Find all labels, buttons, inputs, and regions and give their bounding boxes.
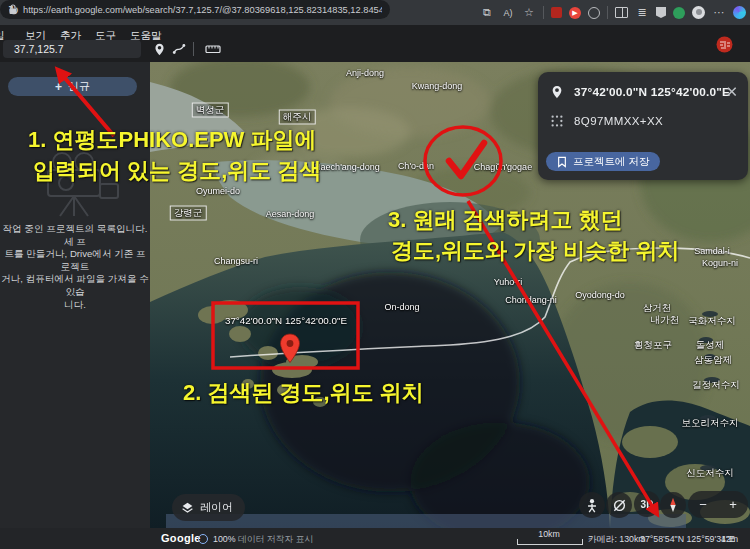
zoom-percent: 100% bbox=[213, 534, 236, 544]
map-label: Haech'ang-dong bbox=[314, 162, 380, 172]
layers-button[interactable]: 레이어 bbox=[172, 494, 245, 521]
read-aloud-icon[interactable]: A) bbox=[501, 6, 515, 20]
annotation-note-3: 3. 원래 검색하려고 했던 경도,위도와 가장 비슷한 위치 bbox=[388, 204, 679, 266]
projects-description: 작업 중인 프로젝트의 목록입니다. 세 프 트를 만들거나, Drive에서 … bbox=[0, 223, 150, 311]
map-label: 길정저수지 bbox=[692, 379, 740, 392]
extension-video-icon[interactable]: ▶ bbox=[569, 7, 581, 19]
bookmark-icon bbox=[557, 156, 567, 168]
zoom-out-button[interactable]: − bbox=[699, 497, 707, 512]
map-label: 삼동암제 bbox=[694, 354, 732, 367]
map-label: 횡청포구 bbox=[634, 339, 672, 352]
status-bar: Google 100% 데이터 저작자 표시 10km 카메라: 130km 3… bbox=[0, 528, 750, 549]
location-pin-icon bbox=[550, 84, 564, 100]
plus-code-value: 8Q97MMXX+XX bbox=[574, 115, 663, 127]
layers-icon bbox=[181, 501, 194, 514]
url-text: https://earth.google.com/web/search/37.7… bbox=[23, 5, 382, 15]
map-label: 보오리저수지 bbox=[682, 417, 739, 430]
plus-icon: + bbox=[55, 80, 62, 94]
map-label: Aesan-dong bbox=[266, 209, 315, 219]
extension-ring-icon[interactable] bbox=[588, 7, 600, 19]
map-label: Anji-dong bbox=[346, 68, 384, 78]
browser-toolbar: ↻ https://earth.google.com/web/search/37… bbox=[0, 0, 750, 25]
more-menu-icon[interactable]: ⋯ bbox=[712, 6, 726, 20]
save-button-label: 프로젝트에 저장 bbox=[573, 155, 649, 169]
profile-avatar[interactable] bbox=[692, 6, 705, 19]
cursor-elevation: 12m bbox=[721, 534, 738, 544]
map-label: Yuho-ri bbox=[494, 277, 523, 287]
save-to-project-button[interactable]: 프로젝트에 저장 bbox=[546, 152, 660, 171]
divider bbox=[607, 6, 608, 19]
map-label: On-dong bbox=[384, 302, 419, 312]
visibility-off-button[interactable] bbox=[606, 492, 632, 518]
search-value: 37.7,125.7 bbox=[14, 43, 64, 55]
pegman-button[interactable] bbox=[579, 492, 605, 518]
red-seal-stamp bbox=[716, 36, 733, 57]
browser-essentials-icon[interactable] bbox=[656, 7, 666, 18]
draw-path-icon[interactable] bbox=[170, 40, 188, 58]
annotation-note-2: 2. 검색된 경도,위도 위치 bbox=[183, 378, 424, 408]
plus-code-icon bbox=[550, 114, 564, 128]
map-label: Chondang-ni bbox=[505, 295, 557, 305]
map-label: 신도저수지 bbox=[686, 467, 734, 480]
plus-code-row: 8Q97MMXX+XX bbox=[550, 114, 663, 128]
map-label: 국화저수지 bbox=[688, 315, 736, 328]
annotation-note-1: 1. 연평도PHIKO.EPW 파일에 입력되어 있는 경도,위도 검색 bbox=[28, 124, 321, 186]
extension-green-icon[interactable] bbox=[673, 7, 685, 19]
loading-ring-icon bbox=[198, 534, 208, 544]
map-label: 강령군 bbox=[170, 206, 207, 221]
close-icon[interactable]: ✕ bbox=[725, 84, 738, 99]
map-label: Chagŭn'gogae bbox=[474, 162, 532, 172]
searched-coordinates-label: 37°42'00.0"N 125°42'00.0"E bbox=[215, 315, 357, 326]
zoom-in-button[interactable]: + bbox=[729, 497, 737, 512]
zoom-controls: − + bbox=[688, 491, 748, 518]
browser-actions: ⧉ A) ☆ ▶ ≣ ⋯ bbox=[480, 0, 746, 25]
map-label: Oyodong-do bbox=[575, 290, 625, 300]
slashed-eye-icon bbox=[612, 498, 627, 513]
split-screen-icon[interactable] bbox=[615, 7, 628, 18]
layers-label: 레이어 bbox=[200, 500, 233, 515]
place-coordinates-row: 37°42'00.0"N 125°42'00.0"E bbox=[550, 84, 730, 100]
new-project-label: 신규 bbox=[68, 79, 90, 94]
google-logo: Google bbox=[161, 532, 201, 544]
pegman-icon bbox=[585, 498, 599, 513]
favorite-star-icon[interactable]: ☆ bbox=[522, 6, 536, 20]
map-label: 벽성군 bbox=[192, 103, 229, 118]
compass-icon bbox=[664, 496, 682, 514]
camera-altitude: 카메라: 130km bbox=[588, 534, 646, 546]
map-label: Changsu-ri bbox=[214, 256, 258, 266]
map-label: Kogun-ni bbox=[702, 258, 738, 268]
place-coordinates: 37°42'00.0"N 125°42'00.0"E bbox=[574, 85, 730, 99]
map-label: Samdal-i bbox=[694, 246, 730, 256]
collections-icon[interactable]: ≣ bbox=[635, 6, 649, 20]
map-label: 해주시 bbox=[279, 110, 316, 125]
address-bar[interactable]: https://earth.google.com/web/search/37.7… bbox=[0, 0, 390, 19]
extension-adblock-icon[interactable] bbox=[551, 7, 562, 18]
compass-button[interactable] bbox=[660, 492, 686, 518]
map-label: Kwang-dong bbox=[412, 81, 463, 91]
map-label: Oyumei-do bbox=[196, 186, 240, 196]
copilot-icon[interactable] bbox=[733, 6, 746, 19]
map-label: 돌성제 bbox=[696, 339, 725, 352]
3d-toggle-button[interactable]: 3D bbox=[634, 491, 660, 517]
place-result-card: 37°42'00.0"N 125°42'00.0"E ✕ 8Q97MMXX+XX… bbox=[538, 72, 748, 180]
send-to-device-icon[interactable]: ⧉ bbox=[480, 6, 494, 20]
earth-toolbar: 일 보기 추가 도구 도움말 37.7,125.7 bbox=[0, 25, 750, 62]
new-project-button[interactable]: + 신규 bbox=[8, 77, 137, 96]
3d-label: 3D bbox=[641, 499, 654, 510]
toolbar-divider bbox=[193, 40, 195, 58]
map-label: 내가천 bbox=[651, 314, 680, 327]
scale-bar bbox=[517, 539, 583, 545]
reload-icon[interactable]: ↻ bbox=[8, 3, 19, 18]
data-attribution[interactable]: 데이터 저작자 표시 bbox=[238, 534, 313, 546]
measure-ruler-icon[interactable] bbox=[204, 40, 222, 58]
divider bbox=[543, 6, 544, 19]
placemark-pin-icon[interactable] bbox=[150, 40, 168, 58]
map-label: Ch'o-dan bbox=[398, 161, 434, 171]
search-input[interactable]: 37.7,125.7 bbox=[3, 40, 141, 58]
scale-label: 10km bbox=[517, 529, 581, 539]
